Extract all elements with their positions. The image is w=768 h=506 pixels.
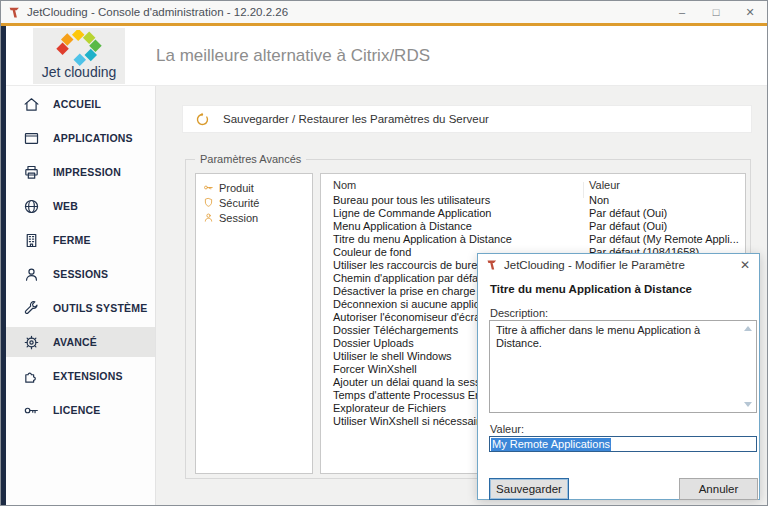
shield-icon xyxy=(203,197,214,208)
cell-nom: Dossier Téléchargements xyxy=(333,324,458,337)
dialog-title: JetClouding - Modifier le Paramètre xyxy=(504,259,685,271)
tagline: La meilleure alternative à Citrix/RDS xyxy=(156,46,430,66)
cell-valeur: Non xyxy=(589,194,609,207)
value-input[interactable]: My Remote Applications xyxy=(489,436,757,452)
app-icon xyxy=(8,6,21,19)
sidebar-item[interactable]: LICENCE xyxy=(6,395,155,425)
cell-nom: Forcer WinXshell xyxy=(333,363,417,376)
tree-item-label: Session xyxy=(219,212,258,224)
app-icon xyxy=(486,259,498,271)
description-label: Description: xyxy=(490,307,548,319)
jetclouding-logo xyxy=(51,30,107,66)
sidebar-item-label: IMPRESSION xyxy=(53,166,121,178)
sidebar-item-label: APPLICATIONS xyxy=(53,132,133,144)
window-title: JetClouding - Console d'administration -… xyxy=(27,6,288,18)
window-titlebar[interactable]: JetClouding - Console d'administration -… xyxy=(1,1,767,23)
backup-restore-label: Sauvegarder / Restaurer les Paramètres d… xyxy=(223,113,489,125)
restore-icon xyxy=(195,112,210,127)
sidebar: ACCUEIL APPLICATIONS IMPRESSION WEB FERM… xyxy=(6,86,155,505)
puzzle-icon xyxy=(23,368,40,385)
gear-icon xyxy=(23,334,40,351)
cell-nom: Ligne de Commande Application xyxy=(333,207,491,220)
scroll-down-icon[interactable] xyxy=(744,402,752,407)
cell-nom: Menu Application à Distance xyxy=(333,220,472,233)
sidebar-item-label: AVANCÉ xyxy=(53,336,97,348)
cancel-button[interactable]: Annuler xyxy=(679,478,758,500)
column-header-valeur[interactable]: Valeur xyxy=(589,179,620,191)
minimize-icon[interactable]: – xyxy=(665,1,699,23)
sidebar-item[interactable]: FERME xyxy=(6,225,155,255)
close-icon[interactable]: ✕ xyxy=(733,1,767,23)
description-text: Titre à afficher dans le menu Applicatio… xyxy=(496,324,700,349)
user-icon xyxy=(23,266,40,283)
scroll-up-icon[interactable] xyxy=(744,326,752,331)
tree-item[interactable]: Produit xyxy=(196,180,312,195)
building-icon xyxy=(23,232,40,249)
table-row[interactable]: Titre du menu Application à Distance Par… xyxy=(321,233,745,246)
parameter-heading: Titre du menu Application à Distance xyxy=(490,283,692,295)
save-button[interactable]: Sauvegarder xyxy=(489,478,569,500)
tree-item[interactable]: Sécurité xyxy=(196,195,312,210)
cell-nom: Utiliser le shell Windows xyxy=(333,350,452,363)
cell-valeur: Par défaut (Oui) xyxy=(589,207,667,220)
home-icon xyxy=(23,96,40,113)
edit-parameter-dialog: JetClouding - Modifier le Paramètre ✕ Ti… xyxy=(477,253,760,500)
wrench-icon xyxy=(23,300,40,317)
maximize-icon[interactable]: □ xyxy=(699,1,733,23)
cell-nom: Explorateur de Fichiers xyxy=(333,402,446,415)
header: Jet clouding La meilleure alternative à … xyxy=(6,26,767,86)
logo-text: Jet clouding xyxy=(42,65,117,80)
cell-nom: Couleur de fond xyxy=(333,246,411,259)
sidebar-item[interactable]: ACCUEIL xyxy=(6,89,155,119)
sidebar-item-label: OUTILS SYSTÈME xyxy=(53,302,147,314)
sidebar-item[interactable]: IMPRESSION xyxy=(6,157,155,187)
sidebar-item-label: ACCUEIL xyxy=(53,98,101,110)
backup-restore-bar[interactable]: Sauvegarder / Restaurer les Paramètres d… xyxy=(182,105,752,133)
cell-nom: Titre du menu Application à Distance xyxy=(333,233,512,246)
value-label: Valeur: xyxy=(490,423,524,435)
cell-nom: Utiliser WinXshell si nécessaire xyxy=(333,415,486,428)
selected-value-text: My Remote Applications xyxy=(491,438,611,451)
group-title: Paramètres Avancés xyxy=(195,153,306,166)
tree-item[interactable]: Session xyxy=(196,210,312,225)
tree-item-label: Sécurité xyxy=(219,197,259,209)
sidebar-item[interactable]: SESSIONS xyxy=(6,259,155,289)
sidebar-item[interactable]: EXTENSIONS xyxy=(6,361,155,391)
user-icon xyxy=(203,212,214,223)
app-window: JetClouding - Console d'administration -… xyxy=(0,0,768,506)
sidebar-item[interactable]: APPLICATIONS xyxy=(6,123,155,153)
table-row[interactable]: Ligne de Commande Application Par défaut… xyxy=(321,207,745,220)
sidebar-item[interactable]: AVANCÉ xyxy=(6,327,155,357)
window-controls: – □ ✕ xyxy=(665,1,767,23)
dialog-titlebar[interactable]: JetClouding - Modifier le Paramètre xyxy=(478,254,759,276)
sidebar-item-label: WEB xyxy=(53,200,78,212)
sidebar-item-label: EXTENSIONS xyxy=(53,370,123,382)
close-icon[interactable]: ✕ xyxy=(740,258,750,272)
cell-nom: Dossier Uploads xyxy=(333,337,414,350)
column-header-nom[interactable]: Nom xyxy=(333,179,356,191)
cell-nom: Temps d'attente Processus Enfant xyxy=(333,389,500,402)
table-header: Nom Valeur xyxy=(321,179,745,194)
sidebar-item-label: FERME xyxy=(53,234,91,246)
sidebar-item-label: LICENCE xyxy=(53,404,101,416)
printer-icon xyxy=(23,164,40,181)
sidebar-item-label: SESSIONS xyxy=(53,268,108,280)
key-icon xyxy=(203,182,214,193)
brand-logo: Jet clouding xyxy=(33,28,125,84)
cell-valeur: Par défaut (My Remote Appli... xyxy=(589,233,739,246)
apps-icon xyxy=(23,130,40,147)
cell-nom: Autoriser l'économiseur d'écran xyxy=(333,311,486,324)
cell-valeur: Par défaut (Oui) xyxy=(589,220,667,233)
tree-item-label: Produit xyxy=(219,182,254,194)
cell-nom: Bureau pour tous les utilisateurs xyxy=(333,194,490,207)
globe-icon xyxy=(23,198,40,215)
settings-tree: Produit Sécurité Session xyxy=(195,173,313,474)
sidebar-item[interactable]: OUTILS SYSTÈME xyxy=(6,293,155,323)
key-icon xyxy=(23,402,40,419)
table-row[interactable]: Bureau pour tous les utilisateurs Non xyxy=(321,194,745,207)
description-box[interactable]: Titre à afficher dans le menu Applicatio… xyxy=(489,320,757,413)
table-row[interactable]: Menu Application à Distance Par défaut (… xyxy=(321,220,745,233)
sidebar-item[interactable]: WEB xyxy=(6,191,155,221)
